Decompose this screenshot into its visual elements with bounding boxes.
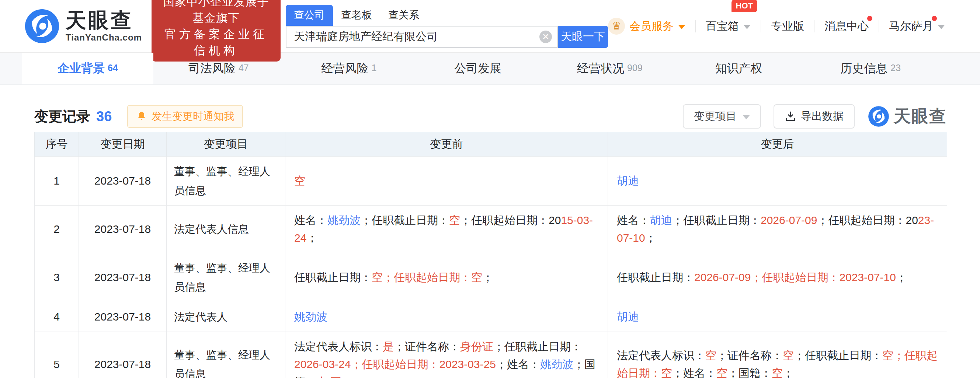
clear-icon[interactable]: ✕ [539,30,552,43]
search-tab-relation[interactable]: 查关系 [380,5,427,26]
cell-change-date: 2023-07-18 [79,253,167,302]
cell-after-change: 法定代表人标识：空；证件名称：空；任职截止日期：空；任职起始日期：空；姓名：空；… [608,332,947,378]
person-link[interactable]: 姚劲波 [540,358,573,370]
tab-history-info[interactable]: 历史信息 23 [805,53,936,84]
tab-count: 23 [890,63,901,73]
plain-text: ； [896,271,907,283]
plain-text: ；任职截止日期： [493,340,582,353]
person-link[interactable]: 胡迪 [617,311,639,323]
cell-change-item: 董事、监事、经理人员信息 [167,253,285,302]
tianyancha-watermark: 天眼查 [868,105,947,128]
changed-value-text: 空 [294,175,305,187]
menu-divider [760,20,761,32]
changed-value-text: 空；任职起始日期：空 [372,271,482,283]
messages-label: 消息中心 [824,20,869,32]
plain-text: ； [341,376,353,378]
tab-company-background[interactable]: 企业背景 64 [22,53,153,84]
chevron-down-icon [938,25,945,29]
user-label-wrap: 马尔萨月 [889,19,933,34]
cell-change-date: 2023-07-18 [79,332,167,378]
plain-text: ； [306,232,317,244]
plain-text: ；任职截止日期： [361,214,449,226]
tab-operation-status[interactable]: 经营状况 909 [544,53,675,84]
change-record-section-header: 变更记录 36 发生变更时通知我 变更项目 导出数据 [34,104,947,129]
plain-text: ；证件名称： [716,349,783,361]
chevron-down-icon [743,25,751,29]
plain-text: ； [482,271,493,283]
section-count: 36 [96,109,112,124]
header-no: 序号 [35,132,79,157]
changed-value-text: 中 国 [317,376,341,378]
tab-count: 909 [627,63,643,73]
tab-count: 1 [372,63,377,73]
gov-badge-line1: 国家中小企业发展子基金旗下 [159,0,273,26]
top-menu: ♛ 会员服务 HOT 百宝箱 专业版 消息中心 [608,18,945,35]
change-item-filter-button[interactable]: 变更项目 [683,104,761,129]
plain-text: ；任职起始日期：20 [817,214,918,226]
plain-text: ；证件名称： [394,340,460,353]
change-record-table: 序号 变更日期 变更项目 变更前 变更后 12023-07-18董事、监事、经理… [34,132,947,378]
cell-change-item: 法定代表人 [167,302,285,332]
person-link[interactable]: 姚劲波 [328,214,361,226]
menu-item-toolbox[interactable]: HOT 百宝箱 [706,19,751,34]
logo-text: 天眼查 TianYanCha.com [66,10,142,43]
cell-after-change: 姓名：胡迪；任职截止日期：2026-07-09；任职起始日期：2023-07-1… [608,206,947,253]
watermark-logo-icon [868,106,889,127]
notification-dot [932,16,937,21]
search-tab-boss[interactable]: 查老板 [333,5,380,26]
menu-item-pro[interactable]: 专业版 [771,19,804,34]
header-date: 变更日期 [79,132,167,157]
toolbox-label: 百宝箱 [706,19,739,34]
tab-label: 司法风险 [188,60,235,77]
chevron-down-icon [678,25,686,29]
search-input-value: 天津瑞庭房地产经纪有限公司 [294,29,539,44]
changed-value-text: 2026-03-24；任职起始日期：2023-03-25 [294,358,496,370]
header-item: 变更项目 [167,132,285,157]
person-link[interactable]: 胡迪 [650,214,672,226]
cell-serial-no: 2 [35,206,79,253]
search-input[interactable]: 天津瑞庭房地产经纪有限公司 ✕ [286,26,558,48]
hot-badge: HOT [732,0,757,12]
table-body: 12023-07-18董事、监事、经理人员信息空胡迪22023-07-18法定代… [35,157,947,378]
tab-label: 经营状况 [577,60,624,77]
search-tab-company[interactable]: 查公司 [286,5,333,26]
changed-value-text: 空 [716,367,727,378]
cell-after-change: 任职截止日期：2026-07-09；任职起始日期：2023-07-10； [608,253,947,302]
pro-label: 专业版 [771,19,804,34]
plain-text: ；任职起始日期：20 [460,214,561,226]
search-tabs: 查公司 查老板 查关系 [286,5,608,26]
logo-title: 天眼查 [66,10,142,31]
tianyancha-logo[interactable]: 天眼查 TianYanCha.com [24,8,142,44]
tab-label: 企业背景 [57,60,105,77]
header-before: 变更前 [285,132,608,157]
plain-text: 姓名： [617,214,650,226]
cell-serial-no: 3 [35,253,79,302]
cell-change-item: 法定代表人信息 [167,206,285,253]
person-link[interactable]: 胡迪 [617,175,639,187]
person-link[interactable]: 姚劲波 [294,311,328,323]
cell-change-date: 2023-07-18 [79,302,167,332]
tab-judicial-risk[interactable]: 司法风险 47 [153,53,284,84]
crown-icon: ♛ [608,18,625,35]
menu-item-user[interactable]: 马尔萨月 [889,19,945,34]
filter-label: 变更项目 [694,109,737,124]
tab-label: 历史信息 [840,60,888,77]
chevron-down-icon [743,115,750,119]
top-header: 天眼查 TianYanCha.com 国家中小企业发展子基金旗下 官方备案企业征… [0,0,980,52]
search-button[interactable]: 天眼一下 [558,26,608,48]
plain-text: 法定代表人标识： [617,349,705,361]
tab-company-development[interactable]: 公司发展 [414,53,544,84]
menu-item-messages[interactable]: 消息中心 [824,19,869,34]
download-icon [784,111,796,122]
messages-label-wrap: 消息中心 [824,19,869,34]
vip-label: 会员服务 [629,19,674,34]
menu-item-vip[interactable]: ♛ 会员服务 [608,18,686,35]
notify-on-change-button[interactable]: 发生变更时通知我 [127,105,243,128]
cell-change-item: 董事、监事、经理人员信息 [167,332,285,378]
export-data-button[interactable]: 导出数据 [773,104,854,129]
cell-after-change: 胡迪 [608,302,947,332]
tab-operation-risk[interactable]: 经营风险 1 [284,53,414,84]
tab-intellectual-property[interactable]: 知识产权 [675,53,806,84]
notification-dot [867,16,872,21]
search-block: 查公司 查老板 查关系 天津瑞庭房地产经纪有限公司 ✕ 天眼一下 [286,5,608,48]
